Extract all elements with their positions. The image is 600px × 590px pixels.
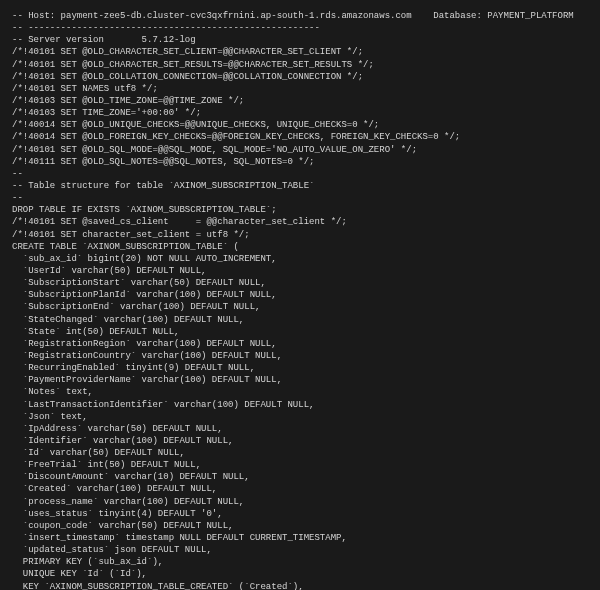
terminal-line: `Json` text, <box>12 411 588 423</box>
terminal-line: `FreeTrial` int(50) DEFAULT NULL, <box>12 459 588 471</box>
terminal-line: `RegistrationCountry` varchar(100) DEFAU… <box>12 350 588 362</box>
terminal-line: /*!40101 SET character_set_client = utf8… <box>12 229 588 241</box>
terminal-line: /*!40014 SET @OLD_UNIQUE_CHECKS=@@UNIQUE… <box>12 119 588 131</box>
terminal-line: `IpAddress` varchar(50) DEFAULT NULL, <box>12 423 588 435</box>
terminal-line: DROP TABLE IF EXISTS `AXINOM_SUBSCRIPTIO… <box>12 204 588 216</box>
terminal-line: `Created` varchar(100) DEFAULT NULL, <box>12 483 588 495</box>
terminal-line: /*!40101 SET NAMES utf8 */; <box>12 83 588 95</box>
terminal-line: `RecurringEnabled` tinyint(9) DEFAULT NU… <box>12 362 588 374</box>
terminal-line: /*!40014 SET @OLD_FOREIGN_KEY_CHECKS=@@F… <box>12 131 588 143</box>
terminal-line: /*!40103 SET @OLD_TIME_ZONE=@@TIME_ZONE … <box>12 95 588 107</box>
terminal-line: `SubscriptionPlanId` varchar(100) DEFAUL… <box>12 289 588 301</box>
terminal-line: -- -------------------------------------… <box>12 22 588 34</box>
terminal-line: `DiscountAmount` varchar(10) DEFAULT NUL… <box>12 471 588 483</box>
terminal-line: `insert_timestamp` timestamp NULL DEFAUL… <box>12 532 588 544</box>
terminal-line: `sub_ax_id` bigint(20) NOT NULL AUTO_INC… <box>12 253 588 265</box>
terminal-line: -- <box>12 192 588 204</box>
terminal-line: -- <box>12 168 588 180</box>
terminal-line: `SubscriptionEnd` varchar(100) DEFAULT N… <box>12 301 588 313</box>
terminal-line: /*!40101 SET @saved_cs_client = @@charac… <box>12 216 588 228</box>
terminal-line: -- Host: payment-zee5-db.cluster-cvc3qxf… <box>12 10 588 22</box>
terminal-line: `process_name` varchar(100) DEFAULT NULL… <box>12 496 588 508</box>
terminal-output: -- Host: payment-zee5-db.cluster-cvc3qxf… <box>0 0 600 590</box>
terminal-line: /*!40101 SET @OLD_SQL_MODE=@@SQL_MODE, S… <box>12 144 588 156</box>
terminal-line: -- Server version 5.7.12-log <box>12 34 588 46</box>
terminal-line: /*!40103 SET TIME_ZONE='+00:00' */; <box>12 107 588 119</box>
terminal-line: KEY `AXINOM_SUBSCRIPTION_TABLE_CREATED` … <box>12 581 588 590</box>
terminal-line: /*!40101 SET @OLD_CHARACTER_SET_CLIENT=@… <box>12 46 588 58</box>
terminal-line: /*!40101 SET @OLD_COLLATION_CONNECTION=@… <box>12 71 588 83</box>
terminal-line: `uses_status` tinyint(4) DEFAULT '0', <box>12 508 588 520</box>
terminal-line: UNIQUE KEY `Id` (`Id`), <box>12 568 588 580</box>
terminal-line: CREATE TABLE `AXINOM_SUBSCRIPTION_TABLE`… <box>12 241 588 253</box>
terminal-line: `RegistrationRegion` varchar(100) DEFAUL… <box>12 338 588 350</box>
terminal-line: `coupon_code` varchar(50) DEFAULT NULL, <box>12 520 588 532</box>
terminal-line: `UserId` varchar(50) DEFAULT NULL, <box>12 265 588 277</box>
terminal-line: PRIMARY KEY (`sub_ax_id`), <box>12 556 588 568</box>
terminal-line: `updated_status` json DEFAULT NULL, <box>12 544 588 556</box>
terminal-line: `StateChanged` varchar(100) DEFAULT NULL… <box>12 314 588 326</box>
terminal-line: `Notes` text, <box>12 386 588 398</box>
terminal-line: /*!40111 SET @OLD_SQL_NOTES=@@SQL_NOTES,… <box>12 156 588 168</box>
terminal-line: /*!40101 SET @OLD_CHARACTER_SET_RESULTS=… <box>12 59 588 71</box>
terminal-line: `State` int(50) DEFAULT NULL, <box>12 326 588 338</box>
terminal-line: `PaymentProviderName` varchar(100) DEFAU… <box>12 374 588 386</box>
terminal-line: `Identifier` varchar(100) DEFAULT NULL, <box>12 435 588 447</box>
terminal-line: `Id` varchar(50) DEFAULT NULL, <box>12 447 588 459</box>
terminal-line: `LastTransactionIdentifier` varchar(100)… <box>12 399 588 411</box>
terminal-line: `SubscriptionStart` varchar(50) DEFAULT … <box>12 277 588 289</box>
terminal-line: -- Table structure for table `AXINOM_SUB… <box>12 180 588 192</box>
